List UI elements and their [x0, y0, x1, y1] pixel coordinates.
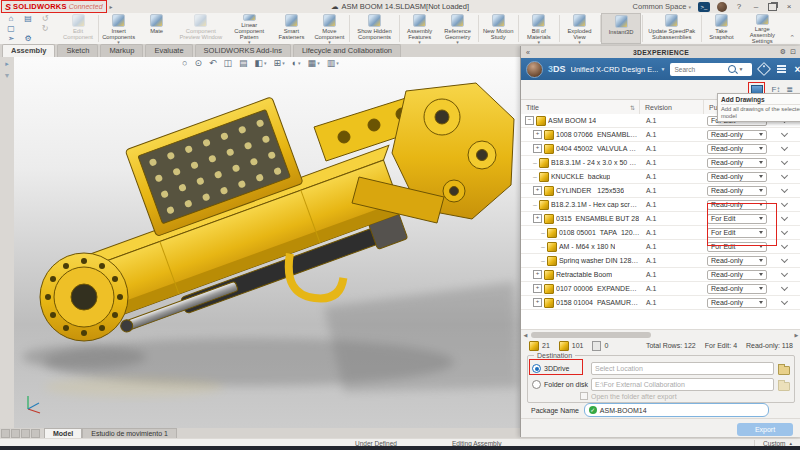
help-button[interactable]: ? [734, 2, 744, 11]
feature-manager-collapsed-strip[interactable]: ▸ ▼ [0, 57, 15, 431]
tab-scroll-button[interactable] [31, 429, 40, 438]
app-title-caret-icon[interactable]: ▼ [660, 66, 665, 72]
ribbon-large-assembly-settings[interactable]: Large Assembly Settings [740, 13, 784, 44]
ribbon-move-component[interactable]: Move Component▾ [310, 13, 348, 44]
row-expand-chevron-icon[interactable] [780, 284, 787, 291]
purpose-dropdown[interactable]: Read-only [707, 284, 767, 294]
filter-icon[interactable]: ▼ [4, 72, 11, 79]
purpose-dropdown[interactable]: Read-only [707, 158, 767, 168]
model-tab-model[interactable]: Model [44, 428, 82, 438]
ribbon-new-motion-study[interactable]: New Motion Study [479, 13, 517, 44]
space-selector[interactable]: Common Space ▾ [633, 2, 691, 11]
tab-scroll-button[interactable] [21, 429, 30, 438]
folder-path-input[interactable]: E:\For External Collaboration [591, 378, 774, 391]
row-expand-chevron-icon[interactable] [780, 130, 787, 137]
table-row[interactable]: –B18.2.3.1M - Hex cap screw, M8 x ...A.1… [521, 198, 800, 212]
row-expand-chevron-icon[interactable] [780, 228, 787, 235]
row-expand-chevron-icon[interactable] [780, 256, 787, 263]
ribbon-insert-components[interactable]: Insert Components▾ [100, 13, 138, 44]
expand-toggle-icon[interactable]: + [533, 214, 542, 223]
purpose-dropdown[interactable]: Read-only [707, 256, 767, 266]
ribbon-exploded-view[interactable]: Exploded View▾ [561, 13, 599, 44]
save-icon[interactable]: ▤ [20, 14, 36, 24]
column-header-revision[interactable]: Revision [640, 100, 704, 115]
open-folder-checkbox[interactable] [580, 392, 588, 400]
feature-tree-icon[interactable]: ▸ [5, 60, 9, 68]
ribbon-reference-geometry[interactable]: Reference Geometry▾ [439, 13, 477, 44]
row-expand-chevron-icon[interactable] [780, 200, 787, 207]
panel-settings-gear-icon[interactable]: ⚙ [780, 48, 786, 56]
app-title[interactable]: Unified X-CRD Design E... [571, 65, 659, 74]
purpose-dropdown[interactable]: Read-only [707, 270, 767, 280]
purpose-dropdown[interactable]: Read-only [707, 130, 767, 140]
scrollbar-thumb[interactable] [531, 332, 651, 338]
home-icon[interactable]: ⌂ [3, 14, 19, 24]
expand-toggle-icon[interactable]: + [533, 270, 542, 279]
redo-icon[interactable]: ↻ [37, 24, 53, 34]
browse-folder-icon[interactable] [777, 363, 790, 374]
tab-markup[interactable]: Markup [100, 44, 143, 57]
row-expand-chevron-icon[interactable] [780, 186, 787, 193]
purpose-dropdown[interactable]: Read-only [707, 172, 767, 182]
undo-icon[interactable]: ↺ [37, 14, 53, 24]
panel-collapse-button[interactable]: « [521, 49, 535, 56]
options-gear-icon[interactable]: ⚙ [20, 34, 36, 44]
folder-on-disk-label[interactable]: Folder on disk [544, 381, 588, 388]
3ddrive-radio[interactable] [532, 364, 541, 373]
tab-lifecycle-and-collaboration[interactable]: Lifecycle and Collaboration [293, 44, 401, 57]
user-avatar[interactable] [717, 2, 727, 12]
close-button[interactable]: × [784, 2, 794, 11]
table-row[interactable]: –KNUCKLE_backupA.1Read-only [521, 170, 800, 184]
ribbon-mate[interactable]: Mate [138, 13, 176, 44]
new-document-icon[interactable]: ▢ [3, 24, 19, 34]
tab-solidworks-add-ins[interactable]: SOLIDWORKS Add-Ins [195, 44, 291, 57]
table-row[interactable]: +0404 45002_VALVULA DOBLE CH...A.1Read-o… [521, 142, 800, 156]
purpose-dropdown[interactable]: For Edit [707, 228, 767, 238]
tag-icon[interactable] [757, 62, 771, 76]
user-avatar[interactable] [526, 61, 543, 78]
browse-folder-icon[interactable] [777, 379, 790, 390]
panel-close-icon[interactable]: × [794, 64, 800, 75]
tab-scroll-button[interactable] [1, 429, 10, 438]
table-row[interactable]: –B18.3.1M - 24 x 3.0 x 50 Hex SHC...A.1R… [521, 156, 800, 170]
ribbon-instant3d[interactable]: Instant3D [601, 13, 641, 44]
ribbon-smart-fasteners[interactable]: Smart Fasteners [272, 13, 310, 44]
table-row[interactable]: +0158 01004_PASAMURO SMALL ...A.1Read-on… [521, 296, 800, 310]
search-input[interactable] [672, 65, 728, 74]
table-row[interactable]: +0315_ENSAMBLE BUT 28A.1For Edit [521, 212, 800, 226]
expand-toggle-icon[interactable]: + [533, 186, 542, 195]
model-tab-estudio-de-movimiento-1[interactable]: Estudio de movimiento 1 [82, 428, 177, 438]
expand-toggle-icon[interactable]: + [533, 130, 542, 139]
row-expand-chevron-icon[interactable] [780, 242, 787, 249]
expand-toggle-icon[interactable]: + [533, 144, 542, 153]
purpose-dropdown[interactable]: For Edit [707, 242, 767, 252]
row-expand-chevron-icon[interactable] [780, 270, 787, 277]
table-row[interactable]: –Spring washer DIN 128 - A8A.1Read-only [521, 254, 800, 268]
row-expand-chevron-icon[interactable] [780, 214, 787, 221]
solidworks-logo-red-annotation[interactable]: S SOLIDWORKS Connected [1, 0, 107, 13]
tab-assembly[interactable]: Assembly [2, 44, 55, 57]
table-row[interactable]: –AM - M64 x 180 NA.1For Edit [521, 240, 800, 254]
search-options-caret-icon[interactable]: ▼ [738, 66, 743, 72]
ribbon-linear-component-pattern[interactable]: Linear Component Pattern▾ [226, 13, 272, 44]
purpose-dropdown[interactable]: Read-only [707, 200, 767, 210]
purpose-dropdown[interactable]: Read-only [707, 298, 767, 308]
restore-button[interactable] [768, 3, 777, 11]
console-icon[interactable]: >_ [698, 2, 710, 12]
purpose-dropdown[interactable]: Read-only [707, 186, 767, 196]
select-tool-icon[interactable]: ➣ [3, 34, 19, 44]
column-header-title[interactable]: Title⇅ [521, 100, 640, 115]
ribbon-collapse-chevron-icon[interactable]: ⌃ [784, 34, 800, 44]
collapse-toggle-icon[interactable]: − [525, 116, 534, 125]
minimize-button[interactable]: – [751, 2, 761, 11]
graphics-viewport[interactable]: ○⊙↶◫▤◧▾⊞▾◐▾▦▾▥▾ [14, 57, 520, 428]
panel-pin-icon[interactable]: ⊡ [790, 48, 796, 56]
table-row[interactable]: +0107 00006_EXPANDER _60x145A.1Read-only [521, 282, 800, 296]
purpose-dropdown[interactable]: Read-only [707, 144, 767, 154]
ribbon-show-hidden-components[interactable]: Show Hidden Components [351, 13, 398, 44]
search-icon[interactable] [728, 65, 736, 73]
package-name-input[interactable]: ✓ ASM-BOOM14 [584, 403, 769, 417]
expand-toggle-icon[interactable]: + [533, 298, 542, 307]
app-menu-caret-icon[interactable]: ▸ [110, 3, 113, 10]
row-expand-chevron-icon[interactable] [780, 298, 787, 305]
